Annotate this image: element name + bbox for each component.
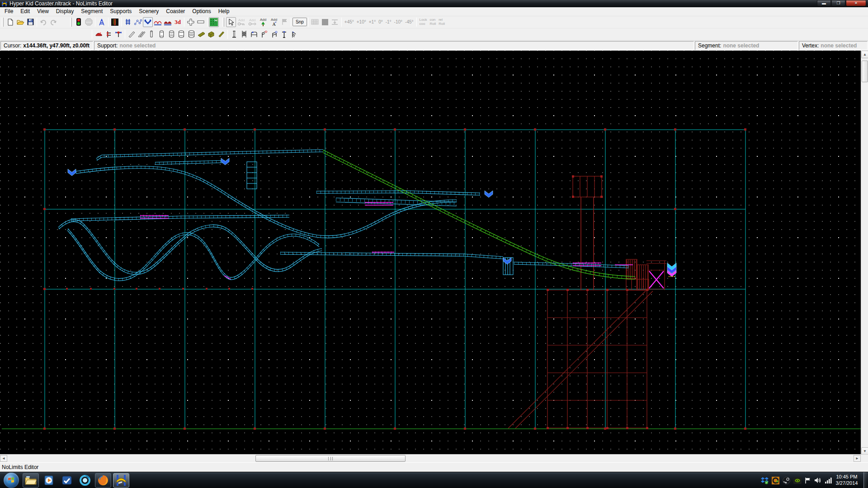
coaster-track[interactable]	[59, 150, 628, 281]
zoom-in-button[interactable]	[186, 17, 196, 27]
action-center-flag-icon[interactable]	[805, 477, 811, 484]
taskbar-sync-button[interactable]	[77, 473, 93, 488]
open-file-button[interactable]	[15, 17, 25, 27]
vertical-scroll-thumb[interactable]	[862, 61, 868, 82]
start-button[interactable]	[4, 473, 19, 488]
stop-simulation-button[interactable]: STOP	[84, 17, 94, 27]
slanted-beam-tool-button[interactable]	[216, 29, 226, 39]
horizontal-scroll-thumb[interactable]	[255, 455, 406, 462]
flange-tool-button[interactable]	[113, 29, 123, 39]
add-lock-button[interactable]: Add	[236, 17, 247, 28]
wedge-tool-button[interactable]	[196, 29, 206, 39]
cylinder-2-tool-button[interactable]	[176, 29, 186, 39]
con-roll-button[interactable]: conRoll	[428, 18, 437, 27]
grid-3d-button[interactable]: 3d	[209, 17, 219, 27]
roll-plus-10-button[interactable]: +10°	[355, 19, 368, 25]
tube-tool-button[interactable]	[156, 29, 166, 39]
direction-mode-button[interactable]	[143, 17, 153, 27]
redo-button[interactable]	[48, 17, 58, 27]
support-column-button[interactable]	[229, 29, 239, 39]
menu-coaster[interactable]: Coaster	[162, 7, 189, 15]
steam-tray-icon[interactable]	[783, 477, 790, 484]
flatten-button[interactable]	[330, 17, 340, 27]
zoom-out-button[interactable]	[196, 17, 206, 27]
lift-chain-button[interactable]	[110, 17, 120, 27]
volume-icon[interactable]	[814, 477, 821, 483]
taskbar-firefox-button[interactable]	[95, 473, 111, 488]
lift-hill-track[interactable]	[323, 150, 635, 279]
toolbar-grip[interactable]	[2, 18, 4, 27]
snap-toggle-button[interactable]: Snp	[292, 18, 307, 26]
taskbar-messenger-button[interactable]	[59, 473, 75, 488]
tube-thin-tool-button[interactable]	[146, 29, 156, 39]
antivirus-tray-icon[interactable]	[772, 477, 779, 484]
menu-edit[interactable]: Edit	[17, 7, 33, 15]
scroll-left-button[interactable]: ◄	[0, 455, 7, 462]
toolbar-grip[interactable]	[222, 18, 224, 27]
box-tool-button[interactable]	[206, 29, 216, 39]
roll-minus-1-button[interactable]: -1°	[384, 19, 393, 25]
restore-button[interactable]: ❐	[831, 0, 845, 6]
add-text-button[interactable]: AddA	[269, 17, 279, 28]
menu-options[interactable]: Options	[189, 7, 214, 15]
select-tool-button[interactable]	[226, 17, 236, 27]
coaster-style-2-button[interactable]	[163, 17, 173, 27]
menu-file[interactable]: File	[1, 7, 17, 15]
roll-minus-45-button[interactable]: -45°	[404, 19, 415, 25]
beam-tool-button[interactable]	[127, 29, 137, 39]
menu-scenery[interactable]: Scenery	[135, 7, 162, 15]
support-structures[interactable]	[508, 175, 666, 429]
roll-minus-10-button[interactable]: -10°	[393, 19, 404, 25]
support-t-button[interactable]	[279, 29, 289, 39]
scroll-right-button[interactable]: ►	[854, 455, 861, 462]
flag-button[interactable]	[279, 17, 289, 27]
support-scaffold-button[interactable]	[239, 29, 249, 39]
menu-segment[interactable]: Segment	[77, 7, 106, 15]
taskbar-clock[interactable]: 10:45 PM 3/27/2014	[833, 474, 861, 486]
roll-plus-1-button[interactable]: +1°	[368, 19, 377, 25]
new-file-button[interactable]	[5, 17, 15, 27]
node-tool-button[interactable]	[104, 29, 113, 39]
cylinder-tool-button[interactable]	[166, 29, 176, 39]
menu-view[interactable]: View	[33, 7, 52, 15]
roll-zero-button[interactable]: 0°	[377, 19, 384, 25]
footer-tool-button[interactable]	[94, 29, 104, 39]
add-tree-button[interactable]: Add	[258, 17, 269, 28]
minimize-button[interactable]: ▬	[817, 0, 831, 6]
menu-supports[interactable]: Supports	[106, 7, 135, 15]
fill-mode-button[interactable]	[320, 17, 330, 27]
show-desktop-button[interactable]	[863, 472, 868, 488]
dropbox-tray-icon[interactable]	[761, 477, 769, 484]
lock-coo-button[interactable]: Lockcoo	[418, 18, 429, 27]
taskbar-nolimits-button[interactable]	[113, 473, 129, 488]
save-button[interactable]	[25, 17, 35, 27]
barrel-tool-button[interactable]	[186, 29, 196, 39]
scroll-up-button[interactable]: ▲	[861, 51, 868, 58]
vertical-scrollbar[interactable]: ▲ ▼	[861, 51, 868, 455]
double-beam-tool-button[interactable]	[137, 29, 146, 39]
support-arch-button[interactable]	[249, 29, 259, 39]
support-angle-left-button[interactable]	[259, 29, 269, 39]
coaster-style-button[interactable]	[153, 17, 163, 27]
add-segment-button[interactable]: Add	[247, 17, 258, 28]
rel-roll-button[interactable]: relRoll	[437, 18, 446, 27]
undo-button[interactable]	[38, 17, 48, 27]
close-button[interactable]: ✕	[846, 0, 866, 6]
toolbar-grip[interactable]	[70, 18, 72, 27]
vertex-edit-button[interactable]	[133, 17, 143, 27]
menu-display[interactable]: Display	[52, 7, 77, 15]
taskbar-mediaplayer-button[interactable]	[41, 473, 57, 488]
simulation-button[interactable]	[74, 17, 84, 27]
nvidia-tray-icon[interactable]	[793, 477, 802, 484]
horizontal-scrollbar[interactable]: ◄ ►	[0, 454, 868, 462]
roll-plus-45-button[interactable]: +45°	[343, 19, 355, 25]
segment-grid-button[interactable]	[310, 17, 320, 27]
pylon-test-button[interactable]	[97, 17, 107, 27]
support-angle-right-button[interactable]	[269, 29, 279, 39]
taskbar-explorer-button[interactable]	[23, 473, 39, 488]
view-3d-button[interactable]: 3d	[173, 17, 183, 27]
track-view-button[interactable]	[123, 17, 133, 27]
menu-help[interactable]: Help	[215, 7, 233, 15]
selected-segment-markers[interactable]	[140, 202, 664, 288]
support-fan-button[interactable]	[289, 29, 299, 39]
